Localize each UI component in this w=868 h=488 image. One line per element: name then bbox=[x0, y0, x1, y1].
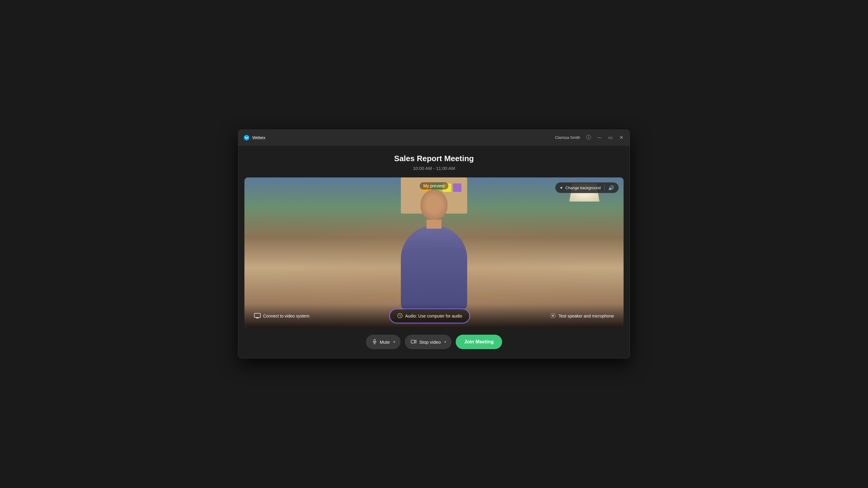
meeting-title: Sales Report Meeting bbox=[394, 154, 474, 163]
stop-video-caret-icon[interactable]: ▾ bbox=[444, 340, 446, 344]
change-bg-label: Change background bbox=[565, 186, 601, 190]
info-icon[interactable]: ⓘ bbox=[585, 134, 592, 141]
svg-point-0 bbox=[244, 135, 249, 140]
close-icon[interactable]: ✕ bbox=[618, 134, 625, 141]
mute-button[interactable]: Mute ▾ bbox=[366, 335, 401, 349]
svg-point-3 bbox=[553, 315, 554, 316]
bottom-overlay: Connect to video system Audio: Use compu… bbox=[244, 304, 624, 328]
join-meeting-button[interactable]: Join Meeting bbox=[456, 335, 502, 349]
audio-icon bbox=[397, 313, 403, 319]
svg-rect-5 bbox=[411, 340, 415, 343]
titlebar-icons: ⓘ ─ ▭ ✕ bbox=[585, 134, 625, 141]
video-preview: My preview ✦ Change background 🔊 bbox=[244, 177, 624, 328]
stop-video-button[interactable]: Stop video ▾ bbox=[405, 335, 452, 349]
bottom-controls: Mute ▾ Stop video ▾ Join Meeting bbox=[366, 335, 502, 349]
titlebar-left: Webex bbox=[243, 134, 265, 141]
webex-logo-icon bbox=[243, 134, 250, 141]
camera-icon bbox=[411, 339, 417, 345]
person-neck bbox=[427, 220, 441, 229]
test-speaker-label: Test speaker and microphone bbox=[558, 314, 614, 318]
preview-label: My preview bbox=[420, 182, 448, 190]
divider bbox=[604, 185, 604, 191]
audio-button[interactable]: Audio: Use computer for audio bbox=[390, 309, 470, 323]
video-preview-container: My preview ✦ Change background 🔊 bbox=[244, 177, 624, 328]
main-content: Sales Report Meeting 10:00 AM - 11:00 AM bbox=[239, 145, 629, 358]
meeting-time: 10:00 AM - 11:00 AM bbox=[413, 166, 455, 171]
settings-icon bbox=[550, 313, 556, 320]
mute-label: Mute bbox=[380, 339, 390, 345]
svg-rect-1 bbox=[254, 313, 260, 318]
mute-caret-icon[interactable]: ▾ bbox=[393, 340, 395, 344]
stop-video-label: Stop video bbox=[419, 339, 441, 345]
connect-video-label: Connect to video system bbox=[263, 314, 309, 318]
person-body bbox=[401, 226, 467, 310]
app-window: Webex Clarissa Smith ⓘ ─ ▭ ✕ Sales Repor… bbox=[238, 130, 630, 358]
noise-reduction-icon[interactable]: 🔊 bbox=[608, 185, 614, 191]
monitor-icon bbox=[254, 313, 261, 319]
connect-video-button[interactable]: Connect to video system bbox=[250, 311, 313, 322]
app-title: Webex bbox=[252, 135, 265, 140]
titlebar: Webex Clarissa Smith ⓘ ─ ▭ ✕ bbox=[239, 130, 629, 145]
titlebar-right: Clarissa Smith ⓘ ─ ▭ ✕ bbox=[555, 134, 625, 141]
microphone-icon bbox=[372, 339, 377, 345]
minimize-icon[interactable]: ─ bbox=[596, 134, 603, 141]
audio-label: Audio: Use computer for audio bbox=[405, 314, 462, 318]
change-bg-icon: ✦ bbox=[560, 186, 563, 190]
person-silhouette bbox=[383, 190, 485, 310]
svg-rect-4 bbox=[374, 339, 375, 342]
join-meeting-label: Join Meeting bbox=[464, 339, 494, 344]
person-head bbox=[421, 190, 447, 220]
change-background-button[interactable]: ✦ Change background 🔊 bbox=[555, 182, 619, 193]
test-speaker-button[interactable]: Test speaker and microphone bbox=[547, 310, 618, 322]
user-name: Clarissa Smith bbox=[555, 135, 580, 140]
maximize-icon[interactable]: ▭ bbox=[607, 134, 614, 141]
